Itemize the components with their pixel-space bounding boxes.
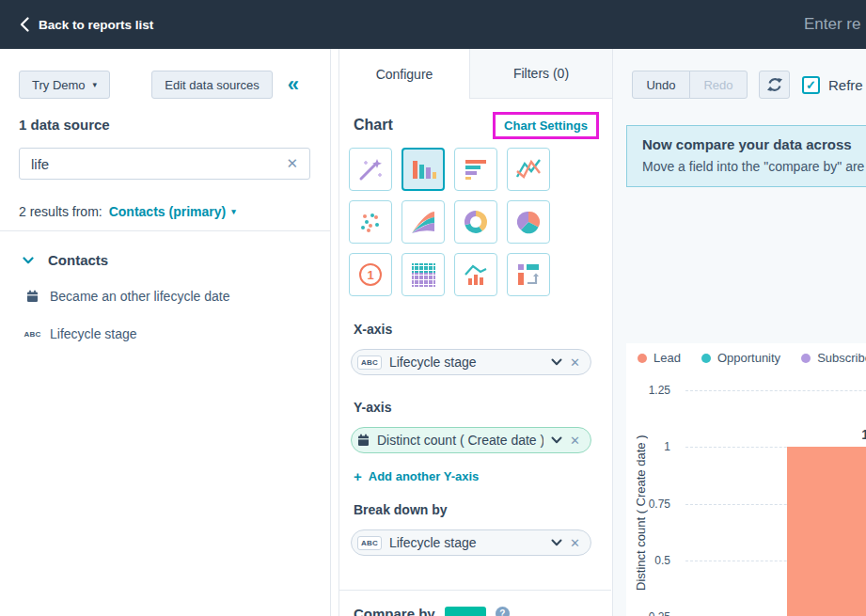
break-down-heading: Break down by	[354, 502, 448, 517]
gridline	[685, 390, 866, 391]
chart-type-column[interactable]	[402, 148, 445, 191]
field-item-lifecycle-stage[interactable]: ABC Lifecycle stage	[24, 326, 137, 341]
report-preview-panel: Undo Redo ✓ Refre Now compare your data …	[612, 49, 866, 616]
back-label: Back to reports list	[39, 18, 153, 32]
pivot-table-icon	[515, 261, 542, 288]
collapse-panel-icon[interactable]: «	[288, 74, 299, 95]
y-tick: 0.75	[626, 498, 670, 511]
divider	[0, 230, 330, 231]
single-value-icon: 1	[357, 261, 384, 288]
refresh-checkbox[interactable]: ✓	[802, 76, 820, 94]
plus-icon: +	[354, 468, 362, 484]
chart-preview-card: Lead Opportunity Subscriber Distinct cou…	[626, 343, 866, 616]
refresh-checkbox-label: Refre	[828, 77, 863, 93]
results-count-text: 2 results from:	[19, 204, 102, 219]
bar-chart-icon	[463, 156, 489, 182]
legend-dot	[801, 354, 811, 363]
chart-type-line[interactable]	[507, 148, 550, 191]
chevron-down-icon[interactable]	[551, 539, 562, 546]
chart-type-combo[interactable]	[454, 253, 497, 296]
x-axis-field-dropdown[interactable]: ABC Lifecycle stage ✕	[351, 349, 591, 375]
legend-item-opportunity[interactable]: Opportunity	[701, 351, 780, 365]
bar-value-label: 1	[852, 427, 866, 442]
chart-type-scatter[interactable]	[349, 200, 392, 244]
panel-tabs: Configure Filters (0)	[339, 49, 612, 99]
edit-data-sources-button[interactable]: Edit data sources	[151, 71, 272, 99]
tab-filters[interactable]: Filters (0)	[469, 49, 612, 99]
y-tick: 1.25	[626, 384, 670, 397]
remove-field-icon[interactable]: ✕	[570, 355, 580, 370]
chevron-left-icon	[20, 17, 29, 32]
chevron-down-icon	[23, 257, 34, 264]
chart-legend: Lead Opportunity Subscriber	[638, 351, 866, 365]
refresh-data-button[interactable]	[759, 71, 790, 99]
legend-item-lead[interactable]: Lead	[638, 351, 681, 365]
column-chart-icon	[410, 156, 436, 182]
y-axis-heading: Y-axis	[354, 400, 391, 415]
left-panel-toolbar: Try Demo ▾ Edit data sources «	[19, 71, 312, 99]
undo-button[interactable]: Undo	[632, 71, 690, 99]
tab-configure[interactable]: Configure	[339, 49, 469, 99]
area-chart-icon	[410, 209, 436, 235]
caret-down-icon: ▾	[231, 208, 236, 216]
y-tick: 0.5	[626, 554, 670, 567]
results-source-dropdown[interactable]: Contacts (primary) ▾	[109, 204, 236, 219]
data-source-heading: 1 data source	[19, 117, 110, 133]
banner-title: Now compare your data across	[642, 136, 866, 152]
data-source-panel: Try Demo ▾ Edit data sources « 1 data so…	[0, 49, 331, 616]
abc-text-icon: ABC	[24, 330, 40, 339]
bar-lead[interactable]	[787, 447, 866, 616]
help-icon[interactable]: ?	[496, 607, 510, 616]
search-value: life	[31, 156, 286, 172]
legend-item-subscriber[interactable]: Subscriber	[801, 351, 866, 365]
chevron-down-icon[interactable]	[551, 358, 562, 366]
chevron-down-icon[interactable]	[551, 436, 562, 444]
sync-icon	[765, 75, 784, 94]
combo-chart-icon	[463, 261, 489, 288]
abc-field-type-icon: ABC	[357, 536, 382, 550]
add-another-y-axis-link[interactable]: + Add another Y-axis	[354, 468, 479, 484]
chart-section-heading: Chart	[354, 117, 393, 134]
caret-down-icon: ▾	[93, 81, 98, 89]
field-search-input[interactable]: life ✕	[19, 148, 310, 180]
chart-type-pivot[interactable]	[507, 253, 550, 296]
chart-type-donut[interactable]	[454, 200, 497, 244]
break-down-field-dropdown[interactable]: ABC Lifecycle stage ✕	[351, 529, 591, 556]
redo-button[interactable]: Redo	[689, 71, 748, 99]
chart-settings-link[interactable]: Chart Settings	[504, 118, 588, 133]
back-to-reports-button[interactable]: Back to reports list	[20, 0, 153, 49]
beta-badge	[445, 607, 486, 616]
chart-type-bar[interactable]	[454, 148, 497, 191]
chart-type-magic-wand[interactable]	[349, 148, 392, 191]
report-toolbar: Undo Redo ✓ Refre	[632, 71, 863, 99]
remove-field-icon[interactable]: ✕	[570, 536, 580, 550]
results-row: 2 results from: Contacts (primary) ▾	[19, 204, 236, 219]
clear-search-icon[interactable]: ✕	[286, 155, 298, 172]
contacts-group-toggle[interactable]: Contacts	[23, 252, 108, 268]
svg-text:1: 1	[367, 268, 373, 282]
report-name-input[interactable]: Enter re	[804, 0, 860, 49]
abc-field-type-icon: ABC	[357, 355, 382, 370]
y-tick: 1	[626, 440, 670, 453]
chart-type-area[interactable]	[402, 200, 445, 244]
table-icon	[410, 261, 436, 288]
x-axis-heading: X-axis	[354, 322, 392, 337]
y-tick: 0.25	[626, 610, 670, 616]
scatter-chart-icon	[357, 209, 384, 235]
chart-type-kpi[interactable]: 1	[349, 253, 392, 296]
group-name: Contacts	[48, 252, 108, 268]
compare-by-section: Compare by ?	[354, 606, 510, 616]
chart-type-pie[interactable]	[507, 200, 550, 244]
compare-info-banner: Now compare your data across Move a fiel…	[626, 125, 866, 187]
compare-by-heading: Compare by	[354, 606, 435, 616]
y-axis-field-dropdown[interactable]: Distinct count ( Create date ) ✕	[351, 427, 591, 453]
field-item-became-an-other-lifecycle-date[interactable]: Became an other lifecycle date	[24, 289, 229, 304]
chart-type-table[interactable]	[402, 253, 445, 296]
try-demo-button[interactable]: Try Demo ▾	[19, 71, 110, 99]
remove-field-icon[interactable]: ✕	[570, 434, 580, 448]
configure-panel: Configure Filters (0) Chart Chart Settin…	[339, 49, 611, 616]
magic-wand-icon	[357, 156, 384, 182]
report-builder-screen: Back to reports list Enter re Try Demo ▾…	[0, 0, 866, 616]
top-navbar: Back to reports list Enter re	[0, 0, 866, 49]
calendar-icon	[357, 434, 370, 447]
